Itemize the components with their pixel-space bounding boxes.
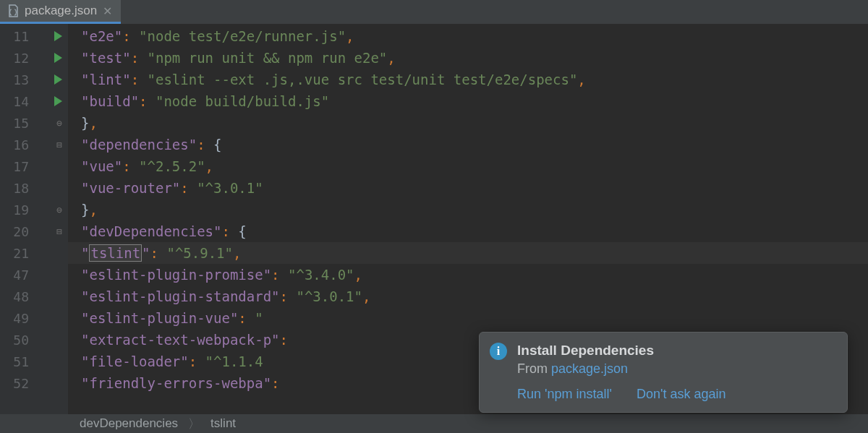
notification-source-link[interactable]: package.json [551,361,628,376]
code-line[interactable]: "tslint": "^5.9.1", [68,242,868,264]
line-number: 17 [0,159,29,174]
info-icon: i [490,343,507,360]
code-line[interactable]: "lint": "eslint --ext .js,.vue src test/… [68,69,868,90]
line-number: 15 [0,116,29,131]
code-line[interactable]: "build": "node build/build.js" [68,90,868,112]
install-dependencies-notification: i Install Dependencies From package.json… [479,332,848,413]
code-line[interactable]: "eslint-plugin-promise": "^3.4.0", [68,264,868,286]
line-number: 19 [0,202,29,218]
line-number: 12 [0,51,29,66]
code-line[interactable]: "devDependencies": { [68,220,868,242]
code-line[interactable]: "vue": "^2.5.2", [68,155,868,177]
fold-end-icon[interactable]: ⊖ [56,119,62,128]
gutter-line: 18 [0,177,68,199]
gutter-line: 50 [0,329,68,351]
gutter: 1112131415⊖16⊟171819⊖20⊟21474849505152 [0,24,68,414]
line-number: 16 [0,137,29,153]
breadcrumb-item[interactable]: devDependencies [80,416,178,431]
gutter-line: 21 [0,242,68,264]
tab-filename: package.json [25,4,97,18]
gutter-line: 19⊖ [0,199,68,220]
run-gutter-icon[interactable] [54,31,62,41]
run-gutter-icon[interactable] [54,74,62,85]
line-number: 47 [0,267,29,283]
gutter-line: 16⊟ [0,134,68,155]
code-line[interactable]: "e2e": "node test/e2e/runner.js", [68,25,868,47]
line-number: 48 [0,289,29,304]
gutter-line: 15⊖ [0,112,68,134]
notification-subtitle: From package.json [517,361,834,377]
editor-tabbar: package.json ✕ [0,0,868,24]
code-line[interactable]: }, [68,112,868,134]
gutter-line: 17 [0,155,68,177]
fold-start-icon[interactable]: ⊟ [56,227,62,236]
code-line[interactable]: "vue-router": "^3.0.1" [68,177,868,199]
tab-close-icon[interactable]: ✕ [101,4,114,18]
line-number: 11 [0,29,29,44]
code-line[interactable]: "dependencies": { [68,134,868,155]
run-npm-install-link[interactable]: Run 'npm install' [517,387,612,402]
code-line[interactable]: "test": "npm run unit && npm run e2e", [68,47,868,69]
notification-title: Install Dependencies [517,343,834,359]
code-line[interactable]: "eslint-plugin-standard": "^3.0.1", [68,286,868,307]
json-file-icon [6,4,20,18]
gutter-line: 49 [0,307,68,329]
run-gutter-icon[interactable] [54,96,62,106]
gutter-line: 14 [0,90,68,112]
line-number: 52 [0,376,29,391]
line-number: 18 [0,181,29,196]
gutter-line: 11 [0,25,68,47]
gutter-line: 20⊟ [0,220,68,242]
line-number: 14 [0,94,29,109]
fold-end-icon[interactable]: ⊖ [56,205,62,215]
line-number: 13 [0,72,29,87]
file-tab-package-json[interactable]: package.json ✕ [0,0,121,24]
gutter-line: 51 [0,351,68,372]
gutter-line: 47 [0,264,68,286]
line-number: 21 [0,246,29,261]
gutter-line: 52 [0,372,68,394]
breadcrumb: devDependencies 〉 tslint [0,414,868,433]
run-gutter-icon[interactable] [54,53,62,63]
line-number: 20 [0,224,29,239]
line-number: 49 [0,311,29,326]
code-line[interactable]: "eslint-plugin-vue": " [68,307,868,329]
gutter-line: 12 [0,47,68,69]
breadcrumb-separator-icon: 〉 [188,416,200,432]
line-number: 50 [0,333,29,348]
code-line[interactable]: }, [68,199,868,220]
gutter-line: 13 [0,69,68,90]
breadcrumb-item[interactable]: tslint [210,416,236,431]
gutter-line: 48 [0,286,68,307]
line-number: 51 [0,354,29,369]
fold-start-icon[interactable]: ⊟ [56,140,62,150]
dont-ask-again-link[interactable]: Don't ask again [637,387,726,402]
